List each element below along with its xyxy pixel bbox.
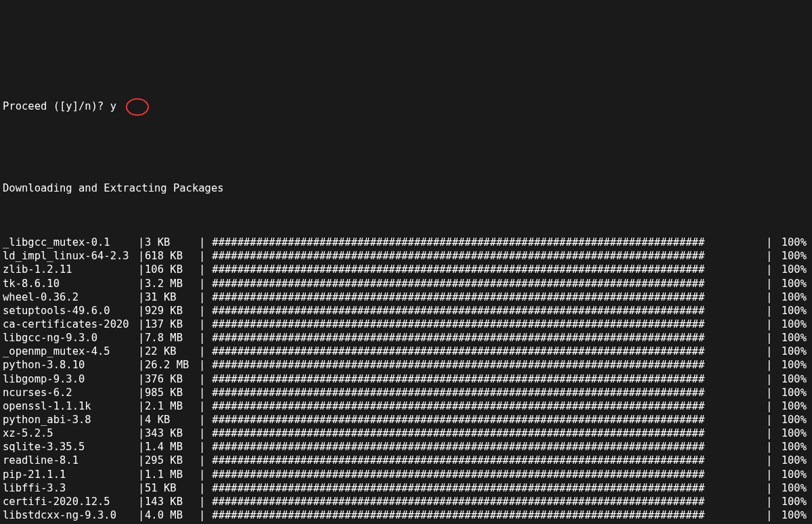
package-row: readline-8.1| 295 KB| ##################… [3,454,809,467]
column-separator: | [138,345,145,358]
terminal-output[interactable]: Proceed ([y]/n)? y Downloading and Extra… [0,55,812,524]
package-name: ca-certificates-2020 [3,318,138,331]
package-name: python-3.8.10 [3,358,138,372]
proceed-prompt: Proceed ([y]/n)? y [3,100,809,113]
progress-bar: ########################################… [206,372,766,386]
package-percent: 100% [773,345,809,358]
package-name: tk-8.6.10 [3,277,138,290]
package-row: ncurses-6.2| 985 KB| ###################… [3,386,809,399]
package-percent: 100% [773,468,809,481]
package-size: 7.8 MB [145,331,199,345]
column-separator: | [199,386,206,399]
column-separator: | [138,249,145,263]
column-separator: | [766,440,773,454]
package-size: 4.0 MB [145,508,199,522]
column-separator: | [138,440,145,454]
package-row: ld_impl_linux-64-2.3| 618 KB| ##########… [3,249,809,263]
package-name: libffi-3.3 [3,481,138,495]
package-name: readline-8.1 [3,454,138,467]
progress-bar: ########################################… [206,427,766,440]
progress-bar: ########################################… [206,440,766,454]
column-separator: | [138,413,145,427]
progress-bar: ########################################… [206,454,766,467]
column-separator: | [766,386,773,399]
column-separator: | [138,508,145,522]
column-separator: | [766,372,773,386]
column-separator: | [199,413,206,427]
column-separator: | [138,263,145,276]
package-name: certifi-2020.12.5 [3,495,138,508]
column-separator: | [766,427,773,440]
package-name: zlib-1.2.11 [3,263,138,276]
package-percent: 100% [773,277,809,290]
column-separator: | [766,290,773,304]
package-name: ncurses-6.2 [3,386,138,399]
column-separator: | [766,508,773,522]
package-percent: 100% [773,318,809,331]
package-size: 618 KB [145,249,199,263]
column-separator: | [199,440,206,454]
package-row: _openmp_mutex-4.5| 22 KB| ##############… [3,345,809,358]
progress-bar: ########################################… [206,304,766,318]
package-percent: 100% [773,386,809,399]
progress-bar: ########################################… [206,468,766,481]
package-name: openssl-1.1.1k [3,399,138,413]
package-percent: 100% [773,290,809,304]
progress-bar: ########################################… [206,399,766,413]
column-separator: | [138,358,145,372]
package-percent: 100% [773,358,809,372]
package-percent: 100% [773,249,809,263]
package-name: libgcc-ng-9.3.0 [3,331,138,345]
download-header: Downloading and Extracting Packages [3,181,809,195]
package-row: ca-certificates-2020| 137 KB| ##########… [3,318,809,331]
package-size: 343 KB [145,427,199,440]
package-percent: 100% [773,331,809,345]
package-size: 1.1 MB [145,468,199,481]
column-separator: | [766,277,773,290]
column-separator: | [199,304,206,318]
column-separator: | [138,481,145,495]
column-separator: | [766,481,773,495]
package-row: zlib-1.2.11| 106 KB| ###################… [3,263,809,276]
column-separator: | [199,358,206,372]
package-percent: 100% [773,372,809,386]
progress-bar: ########################################… [206,508,766,522]
column-separator: | [199,236,206,249]
column-separator: | [138,427,145,440]
package-name: pip-21.1.1 [3,468,138,481]
column-separator: | [138,236,145,249]
column-separator: | [138,468,145,481]
column-separator: | [199,468,206,481]
package-row: openssl-1.1.1k| 2.1 MB| ################… [3,399,809,413]
package-row: libgomp-9.3.0| 376 KB| #################… [3,372,809,386]
progress-bar: ########################################… [206,249,766,263]
column-separator: | [199,290,206,304]
package-row: libstdcxx-ng-9.3.0| 4.0 MB| ############… [3,508,809,522]
column-separator: | [138,277,145,290]
column-separator: | [766,399,773,413]
package-name: libgomp-9.3.0 [3,372,138,386]
column-separator: | [766,304,773,318]
progress-bar: ########################################… [206,277,766,290]
package-row: python-3.8.10| 26.2 MB| ################… [3,358,809,372]
column-separator: | [138,399,145,413]
package-size: 295 KB [145,454,199,467]
package-row: certifi-2020.12.5| 143 KB| #############… [3,495,809,508]
package-size: 985 KB [145,386,199,399]
package-name: ld_impl_linux-64-2.3 [3,249,138,263]
package-name: setuptools-49.6.0 [3,304,138,318]
progress-bar: ########################################… [206,318,766,331]
column-separator: | [138,304,145,318]
package-percent: 100% [773,304,809,318]
package-row: libgcc-ng-9.3.0| 7.8 MB| ###############… [3,331,809,345]
column-separator: | [766,454,773,467]
progress-bar: ########################################… [206,386,766,399]
column-separator: | [138,495,145,508]
progress-bar: ########################################… [206,236,766,249]
column-separator: | [138,290,145,304]
package-percent: 100% [773,263,809,276]
package-name: wheel-0.36.2 [3,290,138,304]
package-size: 3 KB [145,236,199,249]
column-separator: | [766,468,773,481]
column-separator: | [199,399,206,413]
